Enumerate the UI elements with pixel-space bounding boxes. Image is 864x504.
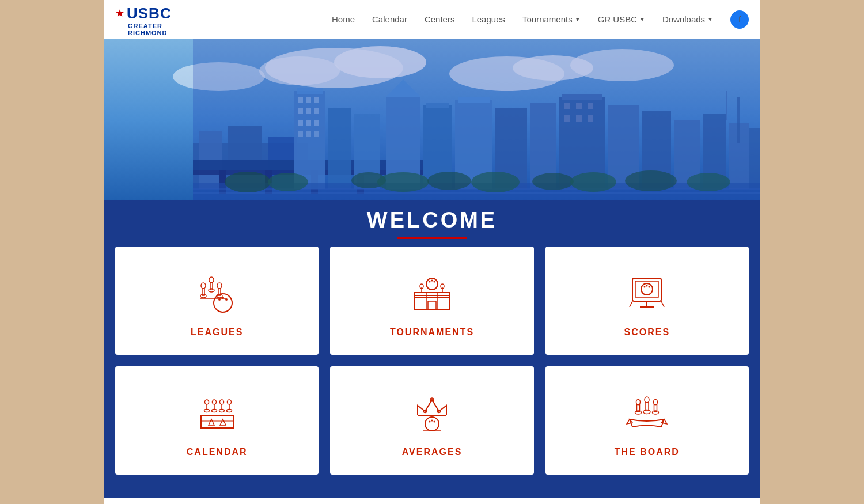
nav-item-facebook[interactable]: f (730, 10, 749, 29)
svg-point-95 (433, 281, 435, 283)
svg-rect-101 (632, 278, 661, 301)
svg-point-142 (654, 400, 658, 405)
svg-point-134 (433, 421, 435, 423)
navbar: ★ USBC GREATER RICHMOND Home Calendar Ce… (104, 0, 760, 39)
logo-star: ★ (115, 7, 124, 20)
nav-item-calendar[interactable]: Calendar (372, 14, 407, 25)
svg-point-115 (204, 400, 209, 404)
svg-point-104 (644, 286, 646, 288)
svg-point-81 (201, 283, 206, 289)
svg-marker-114 (220, 419, 226, 425)
svg-line-110 (661, 301, 664, 307)
logo: ★ USBC GREATER RICHMOND (115, 5, 184, 35)
downloads-dropdown-arrow: ▼ (707, 16, 713, 22)
svg-point-136 (645, 397, 649, 403)
leagues-icon (191, 270, 243, 316)
the-board-label: THE BOARD (615, 447, 680, 457)
svg-point-94 (431, 280, 433, 282)
scores-label: SCORES (624, 327, 670, 338)
welcome-underline (397, 237, 467, 239)
gr-usbc-dropdown-arrow: ▼ (639, 16, 645, 22)
svg-point-126 (226, 410, 232, 412)
nav-links: Home Calendar Centers Leagues Tournament… (332, 10, 749, 29)
scores-card[interactable]: SCORES (545, 247, 749, 355)
svg-point-124 (227, 400, 231, 404)
calendar-card[interactable]: CALENDAR (115, 366, 319, 475)
averages-icon (406, 389, 458, 435)
svg-point-117 (204, 410, 209, 412)
nav-item-home[interactable]: Home (332, 14, 355, 25)
nav-item-leagues[interactable]: Leagues (472, 14, 505, 25)
tournaments-dropdown-arrow: ▼ (575, 16, 581, 22)
nav-link-home[interactable]: Home (332, 14, 355, 24)
skyline-svg (104, 39, 760, 200)
svg-point-84 (217, 283, 222, 289)
nav-item-centers[interactable]: Centers (425, 14, 455, 25)
nav-item-downloads[interactable]: Downloads ▼ (662, 14, 713, 24)
svg-point-132 (429, 421, 430, 423)
nav-item-tournaments[interactable]: Tournaments ▼ (522, 14, 581, 24)
leagues-label: LEAGUES (191, 327, 243, 338)
hero-section: WELCOME (104, 39, 760, 247)
svg-point-93 (429, 281, 430, 283)
facebook-link[interactable]: f (730, 10, 749, 29)
svg-rect-111 (201, 415, 233, 428)
scores-icon (621, 270, 673, 316)
nav-link-tournaments[interactable]: Tournaments (522, 14, 573, 24)
nav-link-calendar[interactable]: Calendar (372, 14, 407, 24)
svg-rect-100 (428, 301, 436, 310)
tournaments-card[interactable]: TOURNAMENTS (330, 247, 533, 355)
svg-point-105 (646, 285, 648, 287)
nav-link-downloads[interactable]: Downloads (662, 14, 705, 24)
page-wrapper: ★ USBC GREATER RICHMOND Home Calendar Ce… (104, 0, 760, 504)
the-board-card[interactable]: THE BOARD (545, 366, 749, 475)
welcome-heading: WELCOME (367, 208, 497, 233)
averages-card[interactable]: AVERAGES (330, 366, 533, 475)
hero-image (104, 39, 760, 200)
averages-label: AVERAGES (402, 447, 463, 457)
svg-point-118 (212, 400, 216, 404)
tournaments-icon (406, 270, 458, 316)
svg-line-109 (630, 301, 632, 307)
tournaments-label: TOURNAMENTS (390, 327, 474, 338)
cards-section: LEAGUES (104, 247, 760, 498)
nav-link-centers[interactable]: Centers (425, 14, 455, 24)
calendar-icon (191, 389, 243, 435)
svg-rect-73 (193, 39, 760, 200)
svg-point-121 (219, 400, 223, 404)
svg-point-120 (211, 410, 217, 412)
leagues-card[interactable]: LEAGUES (115, 247, 319, 355)
svg-point-83 (200, 294, 206, 298)
svg-point-139 (636, 400, 641, 405)
svg-point-80 (209, 289, 214, 292)
calendar-label: CALENDAR (187, 447, 248, 457)
svg-point-131 (425, 417, 439, 431)
cards-grid: LEAGUES (115, 247, 749, 475)
logo-subtitle: GREATER RICHMOND (128, 22, 184, 36)
svg-point-123 (219, 410, 224, 412)
svg-point-78 (209, 277, 214, 283)
logo-area: ★ USBC GREATER RICHMOND (115, 5, 184, 35)
svg-point-133 (431, 420, 433, 422)
hero-blue-section: WELCOME (104, 200, 760, 247)
svg-marker-113 (209, 419, 214, 425)
logo-usbc-text: USBC (127, 5, 172, 22)
nav-link-leagues[interactable]: Leagues (472, 14, 505, 24)
svg-point-106 (649, 286, 650, 288)
nav-link-gr-usbc[interactable]: GR USBC (598, 14, 637, 24)
the-board-icon (621, 389, 673, 435)
nav-item-gr-usbc[interactable]: GR USBC ▼ (598, 14, 645, 24)
